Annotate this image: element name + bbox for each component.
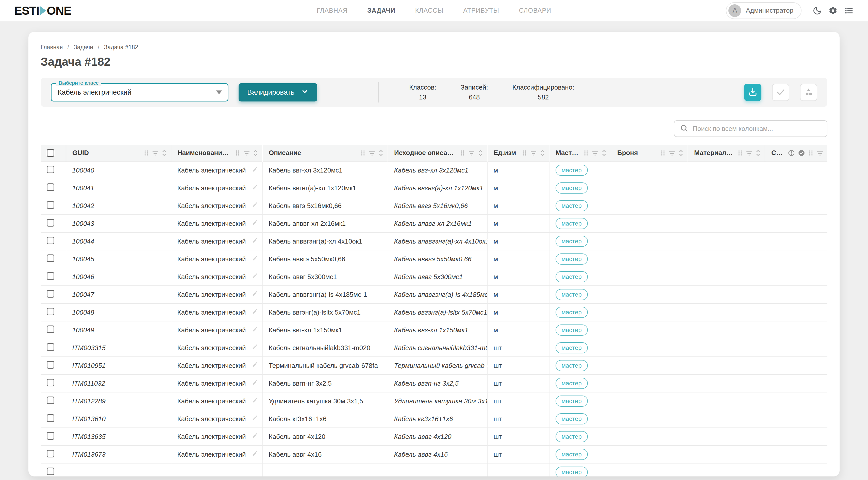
filter-icon[interactable] [369,150,375,156]
breadcrumb-link[interactable]: Задачи [73,44,93,51]
filter-icon[interactable] [817,150,823,156]
master-chip[interactable]: мастер [556,413,588,425]
nav-item-задачи[interactable]: ЗАДАЧИ [368,7,396,14]
row-checkbox[interactable] [47,272,54,280]
download-button[interactable] [744,84,762,101]
edit-pencil-icon[interactable] [248,219,258,228]
master-chip[interactable]: мастер [556,253,588,265]
check-button[interactable] [772,84,789,101]
edit-pencil-icon[interactable] [248,361,258,370]
row-checkbox[interactable] [47,414,54,422]
master-chip[interactable]: мастер [556,271,588,283]
drag-grip-icon[interactable] [235,150,240,156]
class-select[interactable]: Выберите класс Кабель электрический [51,83,228,101]
filter-icon[interactable] [746,150,752,156]
master-chip[interactable]: мастер [556,324,588,336]
edit-pencil-icon[interactable] [248,255,258,264]
edit-pencil-icon[interactable] [248,326,258,334]
sort-icon[interactable] [378,150,383,157]
master-chip[interactable]: мастер [556,467,588,476]
moon-icon[interactable] [813,6,822,15]
edit-pencil-icon[interactable] [248,397,258,406]
row-checkbox[interactable] [47,343,54,351]
filter-icon[interactable] [530,150,537,156]
row-checkbox[interactable] [47,290,54,297]
master-chip[interactable]: мастер [556,378,588,389]
row-checkbox[interactable] [47,379,54,386]
sort-icon[interactable] [678,150,683,157]
row-checkbox[interactable] [47,325,54,333]
filter-icon[interactable] [669,150,675,156]
nav-item-словари[interactable]: СЛОВАРИ [519,7,551,14]
sort-icon[interactable] [162,150,167,157]
filter-icon[interactable] [468,150,475,156]
row-checkbox[interactable] [47,184,54,191]
filter-icon[interactable] [243,150,250,156]
master-chip[interactable]: мастер [556,236,588,247]
row-checkbox[interactable] [47,201,54,209]
alert-circle-icon[interactable] [788,150,795,157]
edit-pencil-icon[interactable] [248,432,258,441]
sort-icon[interactable] [478,150,483,157]
sort-icon[interactable] [253,150,258,157]
row-checkbox[interactable] [47,308,54,315]
master-chip[interactable]: мастер [556,289,588,300]
edit-pencil-icon[interactable] [248,415,258,423]
row-checkbox[interactable] [47,166,54,173]
edit-pencil-icon[interactable] [248,201,258,210]
filter-icon[interactable] [592,150,598,156]
master-chip[interactable]: мастер [556,360,588,372]
master-chip[interactable]: мастер [556,449,588,460]
row-checkbox[interactable] [47,219,54,227]
drag-grip-icon[interactable] [737,150,743,156]
sort-icon[interactable] [755,150,761,157]
user-menu-button[interactable]: A Администратор [726,2,802,19]
edit-pencil-icon[interactable] [248,166,258,175]
row-checkbox[interactable] [47,450,54,457]
drag-grip-icon[interactable] [360,150,366,156]
master-chip[interactable]: мастер [556,342,588,354]
master-chip[interactable]: мастер [556,218,588,229]
drag-grip-icon[interactable] [144,150,149,156]
edit-pencil-icon[interactable] [248,450,258,459]
edit-pencil-icon[interactable] [248,344,258,352]
validate-button[interactable]: Валидировать [239,83,317,101]
row-checkbox[interactable] [47,432,54,440]
edit-pencil-icon[interactable] [248,379,258,388]
select-all-checkbox[interactable] [47,149,54,157]
search-input[interactable] [693,125,821,133]
master-chip[interactable]: мастер [556,183,588,194]
edit-pencil-icon[interactable] [248,237,258,246]
nav-item-главная[interactable]: ГЛАВНАЯ [317,7,348,14]
filter-icon[interactable] [152,150,159,156]
master-chip[interactable]: мастер [556,307,588,318]
master-chip[interactable]: мастер [556,165,588,176]
gear-icon[interactable] [828,6,838,15]
sort-icon[interactable] [601,150,607,157]
breadcrumb-link[interactable]: Главная [41,44,63,51]
cell-standard [765,250,827,268]
nav-item-атрибуты[interactable]: АТРИБУТЫ [463,7,499,14]
list-icon[interactable] [844,6,854,15]
row-checkbox[interactable] [47,361,54,369]
edit-pencil-icon[interactable] [248,184,258,193]
row-checkbox[interactable] [47,468,54,475]
edit-pencil-icon[interactable] [248,273,258,281]
row-checkbox[interactable] [47,396,54,404]
master-chip[interactable]: мастер [556,431,588,443]
row-checkbox[interactable] [47,237,54,244]
master-chip[interactable]: мастер [556,395,588,407]
shapes-button[interactable] [800,84,817,101]
drag-grip-icon[interactable] [808,150,814,156]
drag-grip-icon[interactable] [460,150,465,156]
nav-item-классы[interactable]: КЛАССЫ [415,7,443,14]
edit-pencil-icon[interactable] [248,290,258,299]
drag-grip-icon[interactable] [660,150,666,156]
master-chip[interactable]: мастер [556,200,588,212]
check-circle-icon[interactable] [798,150,805,157]
edit-pencil-icon[interactable] [248,308,258,317]
drag-grip-icon[interactable] [522,150,527,156]
row-checkbox[interactable] [47,254,54,262]
sort-icon[interactable] [540,150,545,157]
drag-grip-icon[interactable] [583,150,589,156]
